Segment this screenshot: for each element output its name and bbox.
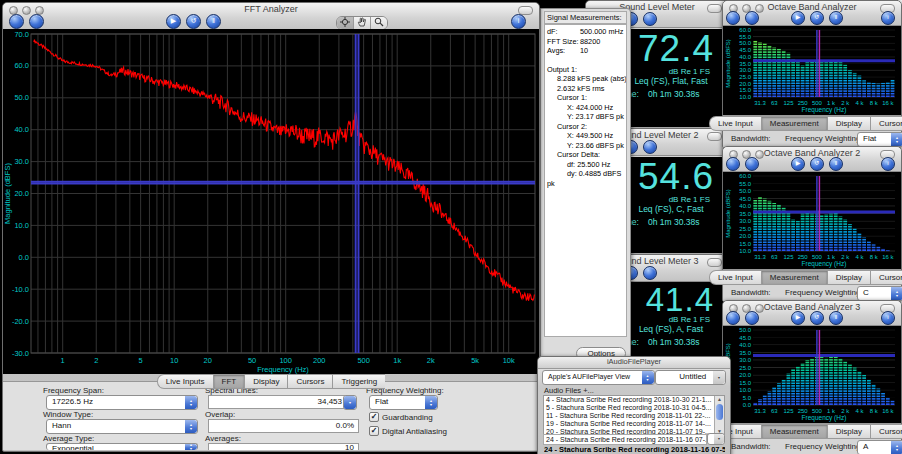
crosshair-tool-icon[interactable]: [337, 17, 354, 29]
restart-button[interactable]: ↺: [810, 11, 824, 25]
digital-antialiasing-checkbox-row: ✓ Digital Antialiasing: [369, 426, 447, 436]
octave-bar: [843, 362, 847, 406]
fft-tab[interactable]: Display: [244, 374, 287, 389]
octave-tab[interactable]: Measurement: [761, 424, 827, 439]
octave-bar: [886, 398, 890, 406]
spectral-lines-field[interactable]: 34,453: [208, 395, 347, 409]
fft-tab[interactable]: FFT: [213, 374, 245, 389]
average-type-dropdown[interactable]: Exponential▲▼: [46, 443, 198, 450]
input-orb-button[interactable]: [9, 14, 24, 29]
input-orb-button[interactable]: [726, 157, 740, 171]
audio-file-item[interactable]: 4 - Stachura Scribe Red recording 2018-1…: [544, 396, 715, 404]
zoom-tool-icon[interactable]: [371, 17, 387, 29]
svg-text:1: 1: [61, 356, 65, 365]
pause-button[interactable]: ‖: [829, 11, 843, 25]
window-type-dropdown[interactable]: Hann▲▼: [46, 419, 198, 434]
svg-text:50.0: 50.0: [739, 188, 751, 194]
svg-text:10.0: 10.0: [739, 248, 751, 254]
octave-tab[interactable]: Cursors: [870, 270, 902, 285]
view-selector-dropdown[interactable]: Apple's AUFilePlayer View▲▼: [542, 370, 655, 385]
titlebar[interactable]: Octave Band Analyzer ▶ ↺ ‖ i: [723, 1, 901, 26]
device-orb-button[interactable]: [745, 157, 759, 171]
average-type-label: Average Type:: [43, 434, 94, 443]
fft-tab[interactable]: Triggering: [332, 374, 385, 389]
info-button[interactable]: i: [881, 11, 895, 25]
guardbanding-checkbox[interactable]: ✓: [369, 412, 379, 422]
device-orb-button[interactable]: [29, 14, 44, 29]
measurement-line: Cursor Delta:: [547, 150, 624, 160]
fft-tab[interactable]: Live Inputs: [157, 374, 213, 389]
list-scrollbar[interactable]: ▲ ▼: [714, 396, 724, 434]
pause-button[interactable]: ‖: [206, 14, 221, 29]
weighting-dropdown[interactable]: A▲▼: [857, 440, 902, 454]
toolbar-toggle-widget[interactable]: [707, 132, 722, 141]
octave-tab[interactable]: Measurement: [761, 270, 827, 285]
audio-file-item[interactable]: 19 - Stachura Scribe Red recording 2018-…: [544, 420, 715, 428]
measurement-line: df: 25.500 Hz: [547, 160, 624, 170]
octave-tab[interactable]: Live Input: [709, 116, 761, 131]
octave-tab[interactable]: Cursors: [870, 116, 902, 131]
restart-button[interactable]: ↺: [186, 14, 201, 29]
titlebar[interactable]: FFT Analyzer ▶ ↺ ‖ i: [3, 3, 539, 30]
info-button[interactable]: i: [881, 157, 895, 171]
toolbar-toggle-widget[interactable]: [707, 258, 722, 267]
titlebar[interactable]: Octave Band Analyzer 2 ▶ ↺ ‖ i: [723, 147, 901, 172]
fft-tab[interactable]: Cursors: [287, 374, 332, 389]
titlebar[interactable]: iAudioFilePlayer: [538, 357, 730, 369]
svg-text:63: 63: [771, 100, 778, 106]
play-button[interactable]: ▶: [166, 14, 181, 29]
frequency-weighting-dropdown[interactable]: Flat▲▼: [369, 395, 438, 410]
octave-tab[interactable]: Display: [827, 424, 870, 439]
scroll-up-icon[interactable]: ▲: [717, 396, 722, 402]
svg-text:500: 500: [812, 408, 823, 414]
audio-file-item[interactable]: 11 - Stachura Scribe Red recording 2018-…: [544, 412, 715, 420]
meter-pause-button[interactable]: [643, 12, 657, 26]
play-button[interactable]: ▶: [791, 11, 805, 25]
svg-text:30.0: 30.0: [739, 67, 751, 73]
svg-text:125: 125: [783, 408, 794, 414]
meter-pause-button[interactable]: [643, 266, 657, 280]
restart-button[interactable]: ↺: [810, 311, 824, 325]
octave-tab[interactable]: Measurement: [761, 116, 827, 131]
pause-button[interactable]: ‖: [829, 311, 843, 325]
svg-text:Frequency (Hz): Frequency (Hz): [802, 260, 847, 268]
selected-file-popup[interactable]: 24 - Stachura Scribe Red recording 2018-…: [543, 434, 707, 445]
device-orb-button[interactable]: [745, 311, 759, 325]
input-orb-button[interactable]: [726, 11, 740, 25]
frequency-span-dropdown[interactable]: 17226.5 Hz▲▼: [46, 395, 198, 410]
play-button[interactable]: ▶: [791, 311, 805, 325]
scrollbar-thumb[interactable]: [716, 404, 723, 420]
input-orb-button[interactable]: [726, 311, 740, 325]
titlebar[interactable]: Octave Band Analyzer 3 ▶ ↺ ‖ i: [723, 301, 901, 326]
octave-tab[interactable]: Cursors: [870, 424, 902, 439]
svg-text:16 k: 16 k: [882, 254, 894, 260]
pause-button[interactable]: ‖: [829, 157, 843, 171]
preset-dropdown[interactable]: Untitled▼: [655, 370, 726, 385]
restart-button[interactable]: ↺: [810, 157, 824, 171]
spectral-lines-stepper[interactable]: ▼: [343, 395, 357, 410]
play-button[interactable]: ▶: [791, 157, 805, 171]
hand-tool-icon[interactable]: [354, 17, 371, 29]
weighting-dropdown[interactable]: C▲▼: [857, 286, 902, 301]
octave-bar-chart: 60.055.050.045.040.035.030.025.020.015.0…: [723, 172, 901, 269]
info-button[interactable]: i: [511, 14, 526, 29]
averages-field[interactable]: 10: [208, 443, 359, 450]
drawer-title: Signal Measurements:: [544, 11, 627, 24]
octave-tab[interactable]: Display: [827, 116, 870, 131]
svg-text:Frequency (Hz): Frequency (Hz): [257, 365, 309, 374]
info-button[interactable]: i: [881, 311, 895, 325]
device-orb-button[interactable]: [745, 11, 759, 25]
octave-tab[interactable]: Display: [827, 270, 870, 285]
overlap-field[interactable]: 0.0%: [208, 419, 359, 433]
svg-text:50.0: 50.0: [739, 327, 751, 333]
digital-antialiasing-checkbox[interactable]: ✓: [369, 426, 379, 436]
audio-files-list[interactable]: 4 - Stachura Scribe Red recording 2018-1…: [543, 395, 725, 435]
window-title: FFT Analyzer: [3, 4, 539, 14]
octave-tab[interactable]: Live Input: [709, 270, 761, 285]
audio-file-item[interactable]: 5 - Stachura Scribe Red recording 2018-1…: [544, 404, 715, 412]
toolbar-toggle-widget[interactable]: [707, 4, 722, 13]
meter-pause-button[interactable]: [643, 140, 657, 154]
weighting-dropdown[interactable]: Flat▲▼: [857, 132, 902, 147]
svg-text:40.0: 40.0: [739, 342, 751, 348]
file-popup-button[interactable]: ▼: [707, 433, 725, 445]
